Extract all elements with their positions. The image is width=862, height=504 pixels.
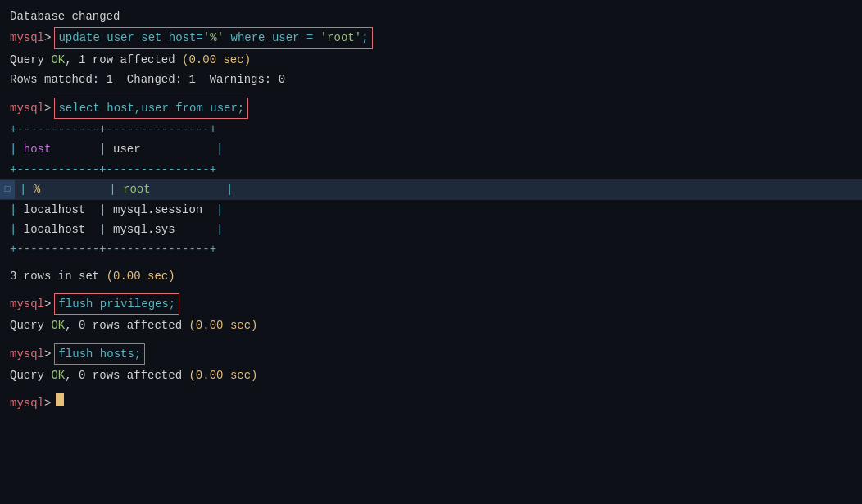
- spacer-3: [0, 286, 862, 293]
- line-update-cmd: mysql> update user set host='%' where us…: [0, 26, 862, 49]
- prompt-2: mysql: [10, 99, 44, 117]
- spacer-5: [0, 386, 862, 393]
- cursor: [56, 393, 64, 406]
- line-rows-in-set: 3 rows in set (0.00 sec): [0, 266, 862, 286]
- cmd-flush-priv: flush privileges;: [54, 293, 179, 315]
- prompt-1: mysql: [10, 29, 44, 47]
- table-row-1-highlighted: □ | % | root |: [0, 179, 862, 199]
- db-changed-text: Database changed: [10, 7, 120, 25]
- spacer-1: [0, 90, 862, 97]
- table-header-row: | host | user |: [0, 139, 862, 159]
- line-query-result-1: Query OK, 1 row affected (0.00 sec): [0, 50, 862, 70]
- table-top-border: +------------+---------------+: [0, 120, 862, 139]
- prompt-4: mysql: [10, 345, 44, 363]
- row-indicator: □: [0, 180, 15, 198]
- line-query-result-3: Query OK, 0 rows affected (0.00 sec): [0, 366, 862, 385]
- spacer-2: [0, 260, 862, 266]
- prompt-3: mysql: [10, 295, 44, 313]
- table-header-border: +------------+---------------+: [0, 160, 862, 179]
- line-query-result-2: Query OK, 0 rows affected (0.00 sec): [0, 316, 862, 335]
- table-row-2: | localhost | mysql.session |: [0, 200, 862, 220]
- terminal-window[interactable]: Database changed mysql> update user set …: [0, 0, 862, 504]
- line-rows-matched: Rows matched: 1 Changed: 1 Warnings: 0: [0, 70, 862, 89]
- prompt-5: mysql: [10, 394, 44, 412]
- line-select-cmd: mysql> select host,user from user;: [0, 97, 862, 120]
- table-row-3: | localhost | mysql.sys |: [0, 220, 862, 239]
- cmd-select: select host,user from user;: [54, 98, 248, 119]
- cmd-flush-hosts: flush hosts;: [54, 343, 145, 365]
- line-flush-hosts-cmd: mysql> flush hosts;: [0, 343, 862, 366]
- line-flush-priv-cmd: mysql> flush privileges;: [0, 293, 862, 316]
- line-db-changed: Database changed: [0, 7, 862, 26]
- spacer-4: [0, 336, 862, 343]
- cmd-update: update user set host='%' where user = 'r…: [54, 27, 372, 48]
- line-prompt-cursor[interactable]: mysql>: [0, 393, 862, 413]
- table-bottom-border: +------------+---------------+: [0, 239, 862, 259]
